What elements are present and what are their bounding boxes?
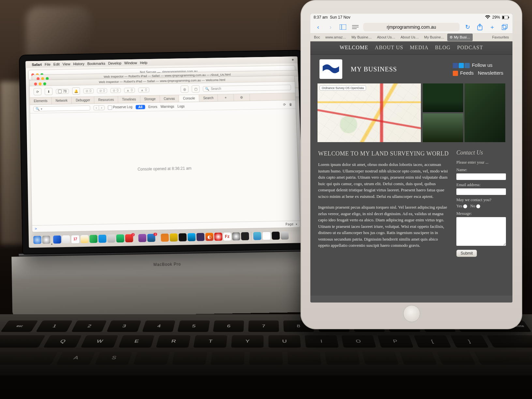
nav-blog[interactable]: BLOG (435, 45, 451, 51)
tab-elements[interactable]: Elements (30, 97, 52, 105)
dock-xcode-icon[interactable] (187, 233, 196, 241)
hero-photo-2[interactable] (465, 83, 505, 142)
key-bracket-r[interactable]: ] (450, 335, 489, 347)
ipad-home-button[interactable] (403, 305, 420, 322)
key-e[interactable]: E (118, 335, 155, 347)
key-r[interactable]: R (156, 335, 191, 347)
gear-icon[interactable]: ⚙ (234, 94, 250, 101)
key-esc[interactable]: esc (0, 320, 38, 332)
macos-dock[interactable]: 17 2 3 ◐ Fz (31, 229, 303, 246)
menubar-extra-icon[interactable]: ✦ (291, 58, 294, 62)
preserve-log-checkbox[interactable]: Preserve Log (108, 105, 132, 110)
key-s[interactable]: S (95, 351, 133, 365)
dock-trash-icon[interactable] (281, 231, 289, 240)
nav-welcome[interactable]: WELCOME (340, 45, 368, 51)
tab-network[interactable]: Network (52, 97, 72, 104)
menu-window[interactable]: Window (124, 61, 137, 65)
menu-history[interactable]: History (73, 62, 84, 66)
reload-icon[interactable]: ⟳ (34, 88, 41, 96)
dock-contacts-icon[interactable] (62, 235, 70, 243)
dock-opera-icon[interactable] (214, 232, 222, 241)
newsletters-link[interactable]: Newsletters (478, 70, 503, 76)
key-p[interactable]: P (377, 335, 414, 347)
dock-calendar-icon[interactable]: 17 (71, 235, 80, 244)
dock-ps-icon[interactable] (196, 233, 204, 241)
tab-timelines[interactable]: Timelines (118, 96, 140, 103)
fav-boc[interactable]: Boc (312, 34, 322, 41)
newtab-icon[interactable]: ＋ (488, 23, 497, 31)
key-1[interactable]: 1 (36, 320, 73, 332)
pager[interactable]: ‹› (94, 105, 105, 111)
page-scope[interactable]: Page ▾ (286, 222, 298, 226)
menu-help[interactable]: Help (140, 61, 147, 65)
console-filter-input[interactable]: 🔍▾ (33, 106, 90, 111)
tabs-icon[interactable] (500, 23, 509, 31)
key-u[interactable]: U (268, 335, 301, 347)
rss-icon[interactable] (453, 71, 458, 76)
key-bracket-l[interactable]: [ (414, 335, 451, 347)
key-tab[interactable] (0, 335, 46, 347)
dock-notes-icon[interactable] (81, 235, 89, 243)
key-d[interactable] (133, 351, 170, 365)
sidebar-icon[interactable] (338, 23, 347, 31)
fav-mybusiness[interactable]: My Busine… (349, 34, 374, 41)
dock-app-icon[interactable] (241, 232, 249, 240)
resource-count[interactable]: 78 (56, 89, 69, 94)
radio-yes[interactable] (463, 204, 467, 208)
email-field[interactable] (456, 188, 506, 195)
fav-mybusiness2[interactable]: My Busine… (422, 34, 447, 41)
dock-messages-icon[interactable] (89, 235, 97, 243)
nav-media[interactable]: MEDIA (410, 45, 428, 51)
key-w[interactable]: W (81, 335, 118, 347)
reader-icon[interactable] (351, 23, 360, 31)
digg-icon[interactable] (465, 63, 470, 68)
fav-favourites[interactable]: Favourites (490, 34, 511, 41)
counter-a[interactable]: ⊘ 0 (83, 88, 94, 94)
counter-c[interactable]: ⊘ 0 (111, 88, 121, 93)
key-t[interactable]: T (193, 335, 227, 347)
key-7[interactable]: 7 (248, 320, 279, 332)
facebook-icon[interactable] (453, 63, 458, 68)
key-o[interactable]: O (341, 335, 376, 347)
counter-d[interactable]: ▲ 0 (124, 87, 135, 93)
dock-app-icon[interactable] (161, 233, 169, 242)
tab-resources[interactable]: Resources (94, 96, 118, 103)
radio-no[interactable] (476, 204, 480, 208)
site-logo[interactable] (319, 59, 342, 79)
twitter-icon[interactable] (459, 63, 464, 68)
key-4[interactable]: 4 (142, 320, 176, 332)
dock-app-icon[interactable] (170, 233, 178, 242)
key-6[interactable]: 6 (213, 320, 244, 332)
fav-mybusi-active[interactable]: ⚙ My Busi… (447, 34, 472, 41)
trash-icon[interactable]: 🗑 (289, 103, 292, 106)
key-i[interactable]: I (305, 335, 339, 347)
tab-add[interactable]: + (218, 94, 234, 101)
menu-bookmarks[interactable]: Bookmarks (87, 61, 105, 66)
filter-errors[interactable]: Errors (148, 105, 157, 109)
minimize-icon[interactable] (39, 82, 42, 85)
filter-warnings[interactable]: Warnings (160, 105, 174, 109)
download-icon[interactable]: ⬇ (45, 88, 52, 95)
menu-file[interactable]: File (45, 62, 51, 66)
hero-photo-1[interactable] (423, 83, 464, 112)
fav-amaz[interactable]: www.amaz… (323, 34, 348, 41)
dock-podcasts-icon[interactable] (139, 234, 147, 242)
filter-all-pill[interactable]: All (136, 105, 145, 110)
tab-storage[interactable]: Storage (140, 96, 160, 103)
key-q[interactable]: Q (43, 335, 82, 347)
hero-map[interactable]: Ordnance Survey OS OpenData (318, 83, 421, 142)
dock-finder-icon[interactable] (33, 236, 41, 244)
dock-app-icon[interactable] (232, 232, 240, 240)
search-input[interactable]: 🔍 Search (203, 84, 291, 92)
device-icon[interactable]: ▢ (192, 85, 200, 92)
dock-maps-icon[interactable] (98, 234, 107, 243)
dock-folder-icon[interactable] (253, 232, 261, 240)
tab-canvas[interactable]: Canvas (160, 95, 179, 102)
menu-view[interactable]: View (63, 62, 70, 66)
fav-aboutus2[interactable]: About Us… (398, 34, 421, 41)
menubar-app[interactable]: Safari (32, 62, 42, 66)
console-output[interactable]: Console opened at 8:36:21 am (30, 114, 300, 225)
reload-icon[interactable]: ↻ (463, 23, 472, 31)
menu-develop[interactable]: Develop (108, 61, 122, 65)
counter-b[interactable]: ⊘ 0 (97, 88, 107, 93)
